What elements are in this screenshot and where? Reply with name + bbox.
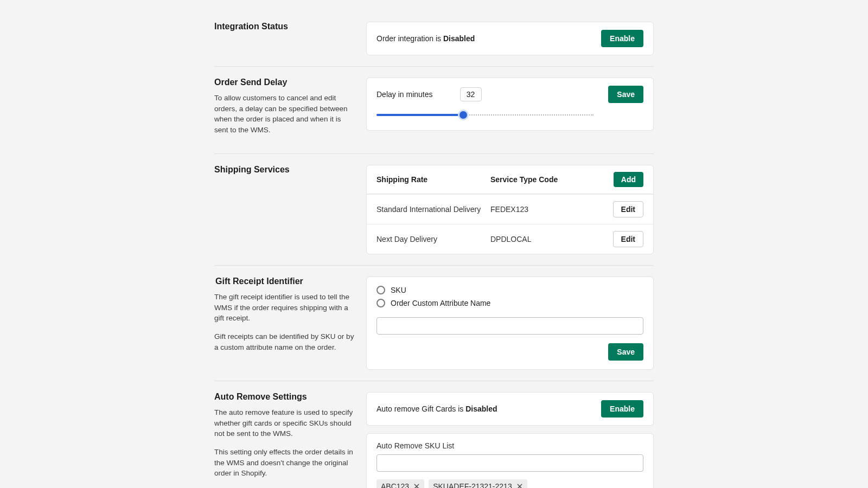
auto-remove-section: Auto Remove Settings The auto remove fea… <box>214 392 654 488</box>
add-shipping-button[interactable]: Add <box>614 172 643 187</box>
auto-remove-sku-input[interactable] <box>376 454 643 472</box>
radio-option-sku[interactable]: SKU <box>376 286 643 294</box>
delay-slider[interactable] <box>376 108 593 123</box>
col-header-rate: Shipping Rate <box>376 175 490 184</box>
service-code-cell: FEDEX123 <box>490 205 605 214</box>
integration-status-prefix: Order integration is <box>376 34 443 43</box>
order-send-delay-desc: To allow customers to cancel and edit or… <box>214 93 355 135</box>
integration-status-value: Disabled <box>443 34 475 43</box>
edit-shipping-button[interactable]: Edit <box>613 201 643 217</box>
integration-status-section: Integration Status Order integration is … <box>214 22 654 67</box>
col-header-code: Service Type Code <box>490 175 605 184</box>
table-row: Next Day DeliveryDPDLOCALEdit <box>367 224 653 254</box>
shipping-rate-cell: Standard International Delivery <box>376 205 490 214</box>
auto-remove-desc1: The auto remove feature is used to speci… <box>214 407 355 439</box>
delay-value-display: 32 <box>460 87 482 101</box>
enable-integration-button[interactable]: Enable <box>601 30 643 47</box>
integration-status-heading: Integration Status <box>214 22 355 31</box>
gift-identifier-input[interactable] <box>376 317 643 335</box>
gift-receipt-heading: Gift Receipt Identifier <box>215 277 355 286</box>
close-icon[interactable] <box>413 483 420 488</box>
slider-fill <box>376 114 463 116</box>
gift-receipt-desc2: Gift receipts can be identified by SKU o… <box>214 331 355 352</box>
auto-remove-status-value: Disabled <box>465 404 497 413</box>
integration-status-card: Order integration is Disabled Enable <box>366 22 654 55</box>
auto-remove-sku-card: Auto Remove SKU List ABC123SKUADEF-21321… <box>366 433 654 488</box>
sku-tag: SKUADEF-21321-2213 <box>429 479 527 488</box>
radio-icon <box>376 286 385 294</box>
edit-shipping-button[interactable]: Edit <box>613 231 643 247</box>
save-gift-button[interactable]: Save <box>608 343 643 361</box>
service-code-cell: DPDLOCAL <box>490 235 605 243</box>
shipping-services-section: Shipping Services Shipping Rate Service … <box>214 165 654 266</box>
auto-remove-status-text: Auto remove Gift Cards is Disabled <box>376 404 497 413</box>
sku-tag: ABC123 <box>376 479 424 488</box>
shipping-rate-cell: Next Day Delivery <box>376 235 490 243</box>
auto-remove-sku-label: Auto Remove SKU List <box>376 441 643 450</box>
auto-remove-desc2: This setting only effects the order deta… <box>214 447 355 479</box>
auto-remove-status-card: Auto remove Gift Cards is Disabled Enabl… <box>366 392 654 426</box>
order-send-delay-heading: Order Send Delay <box>214 78 355 87</box>
gift-receipt-desc1: The gift receipt identifier is used to t… <box>214 292 355 324</box>
delay-label: Delay in minutes <box>376 90 433 99</box>
auto-remove-heading: Auto Remove Settings <box>214 392 355 402</box>
gift-receipt-section: Gift Receipt Identifier The gift receipt… <box>214 277 654 381</box>
radio-label-custom-attr: Order Custom Attribute Name <box>391 299 490 307</box>
sku-tag-label: SKUADEF-21321-2213 <box>433 482 512 488</box>
order-send-delay-card: Delay in minutes 32 Save <box>366 78 654 131</box>
close-icon[interactable] <box>516 483 523 488</box>
integration-status-text: Order integration is Disabled <box>376 34 475 43</box>
save-delay-button[interactable]: Save <box>608 86 643 103</box>
radio-option-custom-attr[interactable]: Order Custom Attribute Name <box>376 299 643 307</box>
sku-tag-label: ABC123 <box>381 482 409 488</box>
order-send-delay-section: Order Send Delay To allow customers to c… <box>214 78 654 154</box>
gift-receipt-card: SKU Order Custom Attribute Name Save <box>366 277 654 370</box>
enable-auto-remove-button[interactable]: Enable <box>601 400 643 418</box>
radio-label-sku: SKU <box>391 286 406 294</box>
shipping-table-header: Shipping Rate Service Type Code Add <box>367 165 653 194</box>
radio-icon <box>376 299 385 307</box>
auto-remove-status-prefix: Auto remove Gift Cards is <box>376 404 465 413</box>
slider-thumb[interactable] <box>458 110 469 120</box>
shipping-services-table: Shipping Rate Service Type Code Add Stan… <box>366 165 654 254</box>
sku-tag-row: ABC123SKUADEF-21321-2213 <box>376 479 643 488</box>
shipping-services-heading: Shipping Services <box>214 165 355 175</box>
table-row: Standard International DeliveryFEDEX123E… <box>367 194 653 224</box>
